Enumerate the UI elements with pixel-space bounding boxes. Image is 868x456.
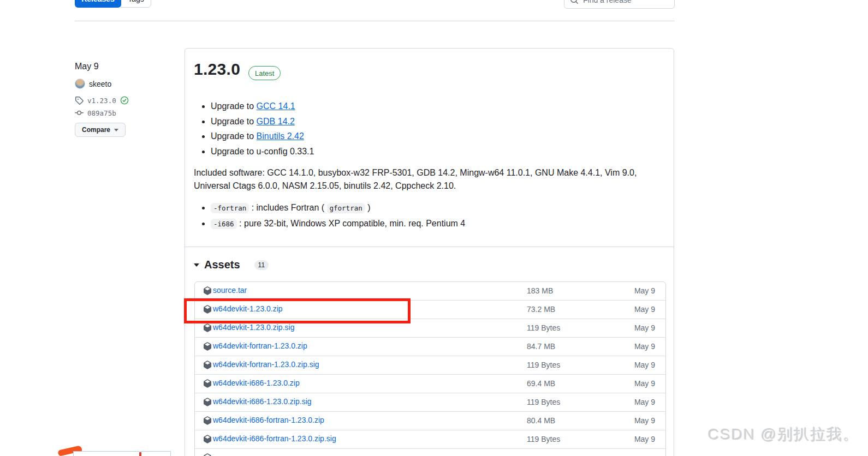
- assets-section-divider: [185, 247, 674, 247]
- release-note-link[interactable]: Binutils 2.42: [257, 131, 304, 141]
- tab-tags-label: Tags: [128, 0, 144, 3]
- verified-icon[interactable]: [120, 96, 129, 105]
- package-icon: [203, 435, 212, 443]
- asset-row: w64devkit-i686-fortran-1.23.0.zip.sig119…: [195, 430, 665, 448]
- asset-row: w64devkit-fortran-1.23.0.zip84.7 MBMay 9: [195, 337, 665, 356]
- asset-size: 73.2 MB: [527, 305, 555, 314]
- asset-size: 69.4 MB: [527, 379, 555, 388]
- header-divider: [75, 21, 675, 21]
- release-commit: 089a75b: [75, 109, 116, 117]
- asset-row: w64devkit-i686-1.23.0.zip69.4 MBMay 9: [195, 374, 665, 393]
- release-note-link[interactable]: GDB 14.2: [257, 117, 295, 126]
- release-note-text: : includes Fortran (: [249, 203, 326, 212]
- release-note-text: Upgrade to: [211, 101, 257, 111]
- asset-size: 183 MB: [527, 286, 553, 295]
- asset-date: May 9: [634, 379, 655, 388]
- asset-download-link[interactable]: source.tar: [213, 286, 247, 295]
- tab-releases[interactable]: Releases: [75, 0, 121, 8]
- release-note: Upgrade to GCC 14.1: [211, 99, 314, 114]
- find-release-search-input[interactable]: Find a release: [564, 0, 675, 9]
- release-note: Upgrade to u-config 0.33.1: [211, 144, 314, 159]
- inline-code: -fortran: [211, 203, 249, 213]
- latest-badge: Latest: [248, 66, 281, 80]
- tag-icon: [75, 96, 84, 105]
- search-placeholder: Find a release: [583, 0, 632, 4]
- release-note-text: Upgrade to: [211, 131, 257, 141]
- asset-row: w64devkit-i686-1.23.0.zip.sig119 BytesMa…: [195, 393, 665, 411]
- tab-tags[interactable]: Tags: [121, 0, 151, 8]
- asset-download-link[interactable]: w64devkit-i686-fortran-1.23.0.zip: [213, 416, 324, 424]
- release-code-note: -i686 : pure 32-bit, Windows XP compatib…: [211, 216, 465, 232]
- asset-date: May 9: [634, 305, 655, 314]
- asset-download-link[interactable]: w64devkit-fortran-1.23.0.zip: [213, 341, 307, 350]
- asset-download-link[interactable]: w64devkit-i686-1.23.0.zip: [213, 379, 300, 387]
- chevron-down-icon: [114, 129, 118, 131]
- release-note-text: Upgrade to: [211, 117, 257, 126]
- release-tag: v1.23.0: [75, 96, 129, 105]
- asset-date: May 9: [634, 416, 655, 425]
- release-code-note: -fortran : includes Fortran ( gfortran ): [211, 200, 465, 216]
- package-icon: [203, 323, 212, 332]
- asset-row: w64devkit-fortran-1.23.0.zip.sig119 Byte…: [195, 356, 665, 374]
- included-software-text: Included software: GCC 14.1.0, busybox-w…: [194, 166, 654, 192]
- release-date: May 9: [75, 62, 99, 71]
- avatar[interactable]: [75, 79, 85, 89]
- release-note-link[interactable]: GCC 14.1: [257, 101, 295, 111]
- asset-size: 119 Bytes: [527, 361, 560, 369]
- release-note-text: : pure 32-bit, Windows XP compatible, mi…: [237, 219, 466, 228]
- commit-icon: [75, 109, 84, 117]
- asset-date: May 9: [634, 361, 655, 369]
- package-icon: [203, 416, 212, 425]
- asset-download-link[interactable]: w64devkit-1.23.0.zip.sig: [213, 323, 294, 332]
- package-icon: [203, 342, 212, 351]
- assets-header: Assets 11: [194, 259, 269, 271]
- inline-code: -i686: [211, 219, 237, 229]
- inline-code: gfortran: [327, 203, 365, 213]
- release-note: Upgrade to GDB 14.2: [211, 114, 314, 129]
- asset-size: 119 Bytes: [527, 323, 560, 332]
- cutoff-red-mark: [139, 452, 141, 456]
- asset-row: w64devkit-1.23.0.zip73.2 MBMay 9: [195, 300, 665, 319]
- package-icon: [203, 361, 212, 369]
- asset-date: May 9: [634, 398, 655, 406]
- package-icon: [203, 398, 212, 406]
- assets-table: source.tar183 MBMay 9w64devkit-1.23.0.zi…: [194, 281, 666, 456]
- asset-row: w64devkit-i686-fortran-1.23.0.zip80.4 MB…: [195, 411, 665, 430]
- asset-row: w64devkit-1.23.0.zip.sig119 BytesMay 9: [195, 319, 665, 337]
- search-icon: [570, 0, 579, 4]
- csdn-watermark: CSDN @别扒拉我。: [708, 424, 860, 445]
- asset-date: May 9: [634, 342, 655, 351]
- asset-download-link[interactable]: w64devkit-i686-fortran-1.23.0.zip.sig: [213, 434, 336, 443]
- release-card: 1.23.0 Latest Upgrade to GCC 14.1Upgrade…: [185, 48, 674, 456]
- asset-size: 119 Bytes: [527, 435, 560, 443]
- release-title: 1.23.0: [194, 60, 240, 79]
- release-note-text: Upgrade to u-config 0.33.1: [211, 147, 314, 156]
- package-icon: [203, 453, 212, 456]
- asset-download-link[interactable]: w64devkit-1.23.0.zip: [213, 304, 283, 313]
- asset-row: source.tar183 MBMay 9: [195, 282, 665, 300]
- package-icon: [203, 286, 212, 295]
- cutoff-image-fragment: [73, 451, 171, 456]
- asset-size: 119 Bytes: [527, 398, 560, 406]
- asset-row: [195, 448, 665, 456]
- asset-date: May 9: [634, 286, 655, 295]
- package-icon: [203, 379, 212, 388]
- github-releases-page: Releases Tags Find a release May 9 skeet…: [0, 0, 868, 456]
- author-name[interactable]: skeeto: [89, 80, 111, 88]
- release-notes-list: Upgrade to GCC 14.1Upgrade to GDB 14.2Up…: [185, 99, 314, 159]
- release-note: Upgrade to Binutils 2.42: [211, 129, 314, 144]
- assets-title: Assets: [204, 259, 240, 271]
- asset-download-link[interactable]: w64devkit-i686-1.23.0.zip.sig: [213, 397, 312, 406]
- asset-date: May 9: [634, 435, 655, 443]
- release-author[interactable]: skeeto: [75, 79, 111, 89]
- tab-releases-label: Releases: [81, 0, 115, 3]
- commit-hash[interactable]: 089a75b: [87, 109, 116, 117]
- asset-size: 84.7 MB: [527, 342, 555, 351]
- release-note-text: ): [365, 203, 371, 212]
- asset-size: 80.4 MB: [527, 416, 555, 425]
- assets-collapse-icon[interactable]: [194, 263, 199, 267]
- compare-button[interactable]: Compare: [75, 123, 126, 137]
- assets-count-badge: 11: [254, 260, 269, 270]
- asset-date: May 9: [634, 323, 655, 332]
- asset-download-link[interactable]: w64devkit-fortran-1.23.0.zip.sig: [213, 360, 319, 369]
